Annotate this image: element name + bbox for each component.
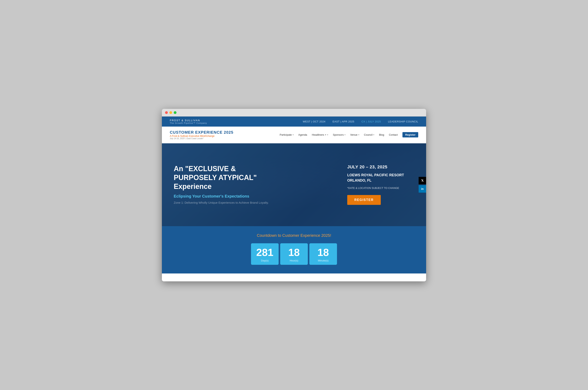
logo-date: July 14-16, 2025* | East Coast Locale*	[170, 138, 234, 140]
hero-subheading: Eclipsing Your Customer's Expectations	[174, 194, 276, 198]
nav-council[interactable]: Council ▾	[364, 133, 374, 136]
minutes-number: 18	[317, 247, 329, 257]
countdown-hours: 18 Hour(s)	[280, 243, 308, 265]
twitter-x-button[interactable]: 𝕏	[419, 177, 426, 184]
chevron-down-icon: ▾	[373, 134, 374, 136]
hero-heading: An "EXCLUSIVE & PURPOSELY ATYPICAL" Expe…	[174, 164, 276, 191]
x-icon: 𝕏	[421, 179, 424, 182]
hero-section: An "EXCLUSIVE & PURPOSELY ATYPICAL" Expe…	[162, 143, 426, 226]
close-button-dot[interactable]	[165, 111, 168, 114]
hero-left: An "EXCLUSIVE & PURPOSELY ATYPICAL" Expe…	[174, 164, 276, 205]
logo-subtitle-pre: A Frost & Sullivan Executive Mind	[170, 135, 205, 138]
social-sidebar: 𝕏 in	[419, 177, 426, 193]
logo-subtitle-post: change	[207, 135, 214, 138]
hours-number: 18	[288, 247, 300, 257]
nav-blog[interactable]: Blog	[379, 133, 384, 136]
hero-content: An "EXCLUSIVE & PURPOSELY ATYPICAL" Expe…	[162, 152, 426, 217]
chevron-down-icon: ▾	[358, 134, 359, 136]
bottom-bar	[162, 274, 426, 281]
hero-dates: JULY 20 – 23, 2025	[347, 164, 414, 170]
top-nav-west[interactable]: WEST | OCT 2024	[303, 120, 325, 123]
brand-tagline: The Growth Pipeline™ Company	[170, 122, 207, 124]
hero-city: ORLANDO, FL	[347, 178, 414, 183]
days-number: 281	[256, 247, 274, 257]
countdown-section: Countdown to Customer Experience 2025! 2…	[162, 226, 426, 274]
hero-venue: LOEWS ROYAL PACIFIC RESORT	[347, 173, 414, 177]
countdown-minutes: 18 Minute(s)	[309, 243, 337, 265]
linkedin-button[interactable]: in	[419, 185, 426, 193]
hero-note: *DATE & LOCATION SUBJECT TO CHANGE	[347, 187, 414, 190]
countdown-boxes: 281 Day(s) 18 Hour(s) 18 Minute(s)	[170, 243, 418, 265]
nav-headliners[interactable]: Headliners + ▾	[312, 133, 328, 136]
top-bar: FROST & SULLIVAN The Growth Pipeline™ Co…	[162, 116, 426, 127]
hero-zone-text: Zone 1: Delivering Wholly Unique Experie…	[174, 200, 276, 205]
main-nav-links: Participate ▾ Agenda Headliners + ▾ Spon…	[280, 132, 418, 138]
nav-venue[interactable]: Venue ▾	[350, 133, 359, 136]
top-nav-east[interactable]: EAST | APR 2025	[333, 120, 354, 123]
chevron-down-icon: ▾	[293, 134, 294, 136]
countdown-title: Countdown to Customer Experience 2025!	[170, 233, 418, 238]
brand-block: FROST & SULLIVAN The Growth Pipeline™ Co…	[170, 119, 207, 124]
logo-title: CUSTOMER EXPERIENCE 2025	[170, 130, 234, 135]
countdown-days: 281 Day(s)	[251, 243, 279, 265]
hero-register-button[interactable]: REGISTER	[347, 195, 381, 205]
countdown-title-highlight: Customer Experience 2025!	[282, 233, 331, 238]
top-nav-cx[interactable]: CX | JULY 2025	[361, 120, 381, 123]
fullscreen-button-dot[interactable]	[174, 111, 177, 114]
chevron-down-icon: ▾	[344, 134, 345, 136]
browser-window: FROST & SULLIVAN The Growth Pipeline™ Co…	[162, 109, 426, 281]
logo-block: CUSTOMER EXPERIENCE 2025 A Frost & Sulli…	[170, 130, 234, 140]
nav-register[interactable]: Register	[402, 132, 418, 138]
website-content: FROST & SULLIVAN The Growth Pipeline™ Co…	[162, 116, 426, 281]
top-nav: WEST | OCT 2024 EAST | APR 2025 CX | JUL…	[303, 120, 418, 123]
days-label: Day(s)	[261, 259, 269, 262]
brand-name: FROST & SULLIVAN	[170, 119, 200, 122]
hero-right: JULY 20 – 23, 2025 LOEWS ROYAL PACIFIC R…	[347, 164, 414, 205]
top-nav-council[interactable]: LEADERSHIP COUNCIL	[388, 120, 418, 123]
main-nav: CUSTOMER EXPERIENCE 2025 A Frost & Sulli…	[162, 127, 426, 143]
countdown-title-pre: Countdown to	[257, 233, 282, 238]
linkedin-icon: in	[421, 187, 424, 191]
minutes-label: Minute(s)	[318, 259, 329, 262]
nav-participate[interactable]: Participate ▾	[280, 133, 294, 136]
minimize-button-dot[interactable]	[169, 111, 172, 114]
hours-label: Hour(s)	[290, 259, 298, 262]
chevron-down-icon: ▾	[327, 134, 328, 136]
nav-contact[interactable]: Contact	[389, 133, 398, 136]
nav-agenda[interactable]: Agenda	[298, 133, 307, 136]
nav-sponsors[interactable]: Sponsors ▾	[333, 133, 345, 136]
logo-subtitle: A Frost & Sullivan Executive MindXchange	[170, 135, 234, 138]
browser-chrome	[162, 109, 426, 116]
